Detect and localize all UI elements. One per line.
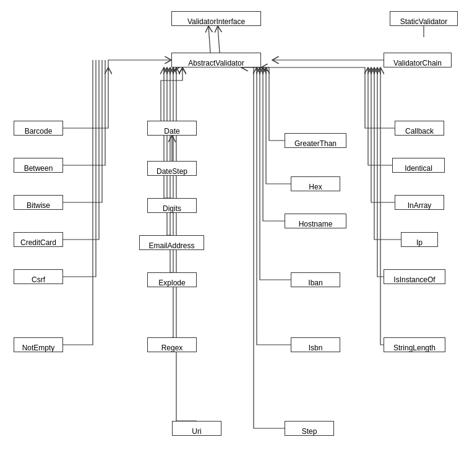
box-bitwise: Bitwise [14, 195, 63, 210]
box-csrf: Csrf [14, 269, 63, 284]
box-isbn: Isbn [291, 337, 340, 352]
box-barcode: Barcode [14, 121, 63, 136]
svg-line-0 [208, 26, 210, 53]
box-staticvalidator: StaticValidator [390, 11, 458, 26]
box-digits: Digits [147, 198, 197, 213]
box-between: Between [14, 158, 63, 173]
box-hex: Hex [291, 176, 340, 191]
box-isinstanceof: IsInstanceOf [384, 269, 445, 284]
box-datestep: DateStep [147, 161, 197, 176]
box-uri: Uri [172, 421, 221, 436]
box-abstractvalidator: AbstractValidator [171, 53, 261, 67]
box-inarray: InArray [395, 195, 444, 210]
box-callback: Callback [395, 121, 444, 136]
box-identical: Identical [392, 158, 445, 173]
box-emailaddress: EmailAddress [139, 235, 204, 250]
box-greaterthan: GreaterThan [285, 133, 346, 148]
box-notempty: NotEmpty [14, 337, 63, 352]
box-step: Step [285, 421, 334, 436]
diagram-container: ValidatorInterfaceStaticValidatorAbstrac… [0, 0, 472, 476]
box-validatorchain: ValidatorChain [384, 53, 452, 67]
box-ip: Ip [401, 232, 438, 247]
box-iban: Iban [291, 272, 340, 287]
box-stringlength: StringLength [384, 337, 445, 352]
box-regex: Regex [147, 337, 197, 352]
svg-line-1 [218, 26, 220, 53]
box-validatorinterface: ValidatorInterface [171, 11, 261, 26]
box-creditcard: CreditCard [14, 232, 63, 247]
box-explode: Explode [147, 272, 197, 287]
box-date: Date [147, 121, 197, 136]
box-hostname: Hostname [285, 214, 346, 228]
